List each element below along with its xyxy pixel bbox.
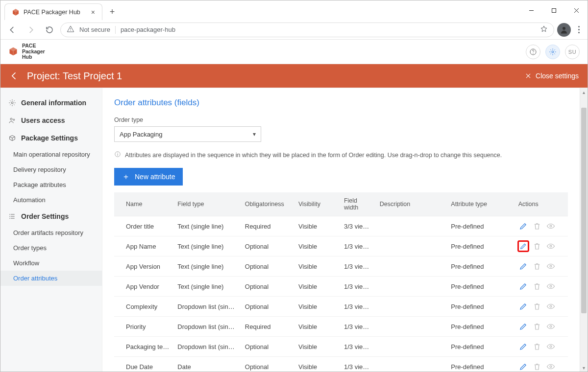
nav-back-button[interactable] bbox=[4, 22, 20, 38]
logo-text: PACE Packager Hub bbox=[22, 43, 45, 60]
app-logo[interactable]: PACE Packager Hub bbox=[8, 43, 45, 60]
sidebar-item-order-types[interactable]: Order types bbox=[0, 240, 102, 256]
omnibox-separator bbox=[115, 26, 116, 34]
visibility-icon[interactable] bbox=[546, 241, 556, 251]
sidebar-section-users-access[interactable]: Users access bbox=[0, 112, 102, 129]
visibility-icon[interactable] bbox=[546, 322, 556, 331]
visibility-icon[interactable] bbox=[546, 342, 556, 351]
settings-button[interactable] bbox=[545, 45, 560, 59]
package-icon bbox=[8, 134, 16, 142]
window-maximize-button[interactable] bbox=[542, 0, 565, 20]
col-field-type: Field type bbox=[173, 192, 241, 216]
visibility-icon[interactable] bbox=[546, 281, 556, 291]
table-row[interactable]: Due DateDateOptionalVisible1/3 view ...P… bbox=[114, 357, 568, 372]
delete-icon[interactable] bbox=[532, 362, 542, 372]
delete-icon[interactable] bbox=[532, 261, 542, 271]
close-settings-label: Close settings bbox=[536, 72, 579, 80]
table-row[interactable]: App VersionText (single line)OptionalVis… bbox=[114, 256, 568, 277]
profile-avatar-button[interactable] bbox=[557, 23, 571, 37]
col-field-width: Field width bbox=[340, 192, 376, 216]
nav-forward-button[interactable] bbox=[23, 22, 39, 38]
browser-tab[interactable]: PACE Packager Hub × bbox=[4, 3, 102, 20]
info-text: Attributes are displayed in the sequence… bbox=[125, 152, 502, 159]
sidebar-item-automation[interactable]: Automation bbox=[0, 192, 102, 208]
table-row[interactable]: Packaging technolo...Dropdown list (sing… bbox=[114, 337, 568, 357]
nav-reload-button[interactable] bbox=[42, 22, 57, 38]
attributes-table: NameField typeObligatorinessVisibilityFi… bbox=[114, 192, 568, 372]
scrollbar-thumb[interactable] bbox=[581, 108, 587, 313]
order-type-value: App Packaging bbox=[120, 131, 162, 138]
plus-icon: ＋ bbox=[122, 173, 130, 181]
browser-menu-button[interactable] bbox=[574, 26, 584, 33]
close-icon bbox=[525, 72, 532, 79]
visibility-icon[interactable] bbox=[546, 261, 556, 271]
edit-icon[interactable] bbox=[518, 342, 528, 351]
address-bar[interactable]: Not secure pace-packager-hub bbox=[60, 23, 554, 37]
bookmark-star-icon[interactable] bbox=[540, 25, 548, 34]
help-button[interactable] bbox=[526, 45, 540, 59]
delete-icon[interactable] bbox=[532, 342, 542, 351]
close-settings-button[interactable]: Close settings bbox=[525, 72, 579, 80]
col-attribute-type: Attribute type bbox=[447, 192, 514, 216]
scroll-up-arrow[interactable]: ▴ bbox=[580, 88, 588, 96]
col-description: Description bbox=[376, 192, 447, 216]
logo-cube-icon bbox=[8, 46, 18, 56]
delete-icon[interactable] bbox=[532, 281, 542, 291]
sidebar-section-general-information[interactable]: General information bbox=[0, 94, 102, 112]
col-name: Name bbox=[114, 192, 173, 216]
table-row[interactable]: PriorityDropdown list (single c...Requir… bbox=[114, 317, 568, 337]
gear-icon bbox=[8, 99, 16, 107]
edit-icon[interactable] bbox=[518, 241, 528, 251]
col-visibility: Visibility bbox=[294, 192, 340, 216]
new-attribute-button[interactable]: ＋ New attribute bbox=[114, 168, 183, 186]
delete-icon[interactable] bbox=[532, 241, 542, 251]
edit-icon[interactable] bbox=[518, 302, 528, 311]
users-icon bbox=[8, 116, 16, 124]
window-close-button[interactable] bbox=[565, 0, 588, 20]
delete-icon[interactable] bbox=[532, 322, 542, 331]
user-avatar[interactable]: SU bbox=[565, 45, 580, 59]
table-row[interactable]: App NameText (single line)OptionalVisibl… bbox=[114, 236, 568, 256]
edit-icon[interactable] bbox=[518, 322, 528, 331]
page-title: Order attributes (fields) bbox=[114, 98, 568, 108]
svg-rect-13 bbox=[552, 8, 556, 12]
tab-close-icon[interactable]: × bbox=[91, 9, 95, 16]
not-secure-label: Not secure bbox=[79, 26, 110, 33]
sidebar-item-main-operational-repository[interactable]: Main operational repository bbox=[0, 147, 102, 162]
table-row[interactable]: App VendorText (single line)OptionalVisi… bbox=[114, 277, 568, 297]
sidebar-item-order-attributes[interactable]: Order attributes bbox=[0, 271, 102, 286]
order-type-select[interactable]: App Packaging ▾ bbox=[114, 126, 261, 142]
sidebar-item-package-attributes[interactable]: Package attributes bbox=[0, 177, 102, 192]
tab-title: PACE Packager Hub bbox=[24, 9, 80, 16]
url-text: pace-packager-hub bbox=[121, 26, 175, 33]
sidebar-section-package-settings[interactable]: Package Settings bbox=[0, 129, 102, 147]
edit-icon[interactable] bbox=[518, 261, 528, 271]
info-icon bbox=[114, 151, 121, 159]
order-type-label: Order type bbox=[114, 116, 568, 123]
vertical-scrollbar[interactable]: ▴ ▾ bbox=[580, 88, 588, 372]
edit-icon[interactable] bbox=[518, 362, 528, 372]
not-secure-icon bbox=[67, 25, 74, 34]
sidebar-item-order-artifacts-repository[interactable]: Order artifacts repository bbox=[0, 225, 102, 240]
favicon-icon bbox=[12, 8, 20, 16]
sidebar-item-delivery-repository[interactable]: Delivery repository bbox=[0, 162, 102, 177]
delete-icon[interactable] bbox=[532, 302, 542, 311]
scroll-down-arrow[interactable]: ▾ bbox=[580, 364, 588, 372]
visibility-icon[interactable] bbox=[546, 362, 556, 372]
col-obligatoriness: Obligatoriness bbox=[241, 192, 294, 216]
visibility-icon[interactable] bbox=[546, 221, 556, 231]
list-icon bbox=[8, 212, 16, 220]
delete-icon[interactable] bbox=[532, 221, 542, 231]
visibility-icon[interactable] bbox=[546, 302, 556, 311]
window-minimize-button[interactable] bbox=[520, 0, 542, 20]
new-tab-button[interactable]: + bbox=[105, 5, 119, 19]
sidebar-item-workflow[interactable]: Workflow bbox=[0, 256, 102, 271]
edit-icon[interactable] bbox=[518, 221, 528, 231]
sidebar-section-order-settings[interactable]: Order Settings bbox=[0, 208, 102, 225]
project-back-button[interactable] bbox=[9, 71, 19, 81]
table-row[interactable]: ComplexityDropdown list (single c...Opti… bbox=[114, 297, 568, 317]
edit-icon[interactable] bbox=[518, 281, 528, 291]
table-row[interactable]: Order titleText (single line)RequiredVis… bbox=[114, 216, 568, 236]
project-title: Project: Test Project 1 bbox=[27, 70, 122, 82]
new-attribute-label: New attribute bbox=[135, 173, 175, 181]
